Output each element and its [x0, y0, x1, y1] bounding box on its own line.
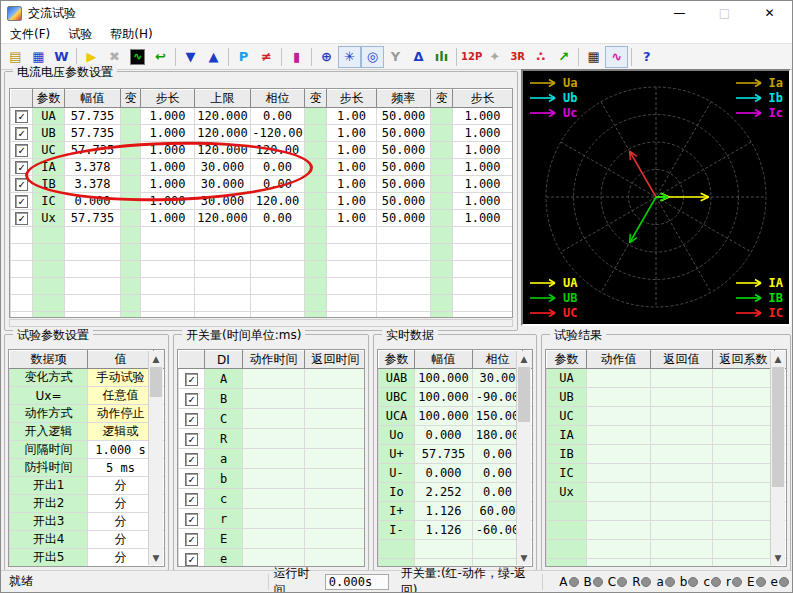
cell-v3[interactable] — [431, 312, 453, 319]
cell-phase[interactable]: 0.00 — [251, 176, 305, 193]
scroll-down-icon[interactable]: ▼ — [771, 550, 785, 565]
cell-v3[interactable] — [431, 210, 453, 227]
cell-step3[interactable] — [453, 261, 513, 278]
cell-freq[interactable]: 50.000 — [377, 159, 431, 176]
cell-amp[interactable]: 57.735 — [65, 210, 121, 227]
checkbox[interactable]: ✓ — [15, 144, 28, 157]
cell-v3[interactable] — [431, 108, 453, 125]
menu-test[interactable]: 试验 — [59, 25, 101, 44]
cell-freq[interactable] — [377, 295, 431, 312]
cell-step1[interactable]: 1.000 — [141, 142, 195, 159]
cell-phase[interactable]: -120.00 — [251, 125, 305, 142]
curve-window-icon[interactable]: ∿ — [605, 46, 628, 68]
cell-amp[interactable] — [65, 261, 121, 278]
cell-limit[interactable]: 120.000 — [195, 108, 251, 125]
cell-step2[interactable]: 1.00 — [327, 108, 377, 125]
close-button[interactable]: ✕ — [747, 1, 792, 25]
cell-limit[interactable] — [195, 312, 251, 319]
checkbox[interactable]: ✓ — [15, 178, 28, 191]
calculator-icon[interactable]: ▦ — [582, 46, 605, 68]
checkbox[interactable]: ✓ — [185, 393, 198, 406]
cell-step2[interactable] — [327, 227, 377, 244]
cell-v3[interactable] — [431, 295, 453, 312]
cell-phase[interactable] — [251, 312, 305, 319]
cell-step2[interactable]: 1.00 — [327, 159, 377, 176]
cell-step3[interactable] — [453, 227, 513, 244]
cell-amp[interactable] — [65, 244, 121, 261]
cell-step3[interactable] — [453, 278, 513, 295]
cell-limit[interactable] — [195, 261, 251, 278]
cell-amp[interactable] — [65, 278, 121, 295]
delta-connection-icon[interactable]: Δ — [407, 46, 430, 68]
cell-freq[interactable] — [377, 244, 431, 261]
minimize-button[interactable]: — — [657, 1, 702, 25]
cell-step2[interactable] — [327, 278, 377, 295]
cell-step3[interactable] — [453, 244, 513, 261]
cell-v1[interactable] — [121, 261, 141, 278]
cell-phase[interactable]: 120.00 — [251, 193, 305, 210]
three-r-icon[interactable]: 3R — [506, 46, 529, 68]
cell-v3[interactable] — [431, 125, 453, 142]
menu-help[interactable]: 帮助(H) — [101, 25, 161, 44]
cell-v3[interactable] — [431, 261, 453, 278]
test-params-scrollbar[interactable]: ▲ ▼ — [148, 351, 163, 565]
cell-v1[interactable] — [121, 193, 141, 210]
cell-v2[interactable] — [305, 193, 327, 210]
cell-value[interactable]: 分 — [88, 549, 154, 567]
cell-step2[interactable]: 1.00 — [327, 176, 377, 193]
cell-freq[interactable]: 50.000 — [377, 193, 431, 210]
cell-limit[interactable]: 120.000 — [195, 125, 251, 142]
waveform-view-icon[interactable]: ∿ — [126, 46, 149, 68]
cell-limit[interactable] — [195, 278, 251, 295]
scroll-up-icon[interactable]: ▲ — [771, 351, 785, 366]
cell-freq[interactable]: 50.000 — [377, 125, 431, 142]
checkbox[interactable]: ✓ — [15, 110, 28, 123]
target-rings-icon[interactable]: ◎ — [361, 46, 384, 68]
cell-v2[interactable] — [305, 244, 327, 261]
cell-step1[interactable]: 1.000 — [141, 176, 195, 193]
zoom-view-icon[interactable]: ⊕ — [315, 46, 338, 68]
cell-v2[interactable] — [305, 108, 327, 125]
cell-v1[interactable] — [121, 278, 141, 295]
cell-v2[interactable] — [305, 125, 327, 142]
cell-step1[interactable]: 1.000 — [141, 193, 195, 210]
cell-limit[interactable]: 30.000 — [195, 159, 251, 176]
checkbox[interactable]: ✓ — [185, 513, 198, 526]
focus-burst-icon[interactable]: ✳ — [338, 46, 361, 68]
vector-nodes-icon[interactable]: ∴ — [529, 46, 552, 68]
cell-value[interactable]: 分 — [88, 495, 154, 513]
checkbox[interactable]: ✓ — [185, 433, 198, 446]
cell-step1[interactable] — [141, 312, 195, 319]
cell-step1[interactable] — [141, 261, 195, 278]
cell-step1[interactable] — [141, 227, 195, 244]
cell-step3[interactable]: 1.000 — [453, 142, 513, 159]
cell-v2[interactable] — [305, 312, 327, 319]
cell-v1[interactable] — [121, 210, 141, 227]
cell-phase[interactable]: 0.00 — [251, 159, 305, 176]
cell-limit[interactable] — [195, 244, 251, 261]
cell-value[interactable]: 分 — [88, 567, 154, 568]
cell-step1[interactable]: 1.000 — [141, 108, 195, 125]
cell-freq[interactable] — [377, 312, 431, 319]
cell-step3[interactable] — [453, 312, 513, 319]
cell-step2[interactable]: 1.00 — [327, 125, 377, 142]
phase-p-icon[interactable]: P — [232, 46, 255, 68]
cell-value[interactable]: 5 ms — [88, 459, 154, 477]
cell-step3[interactable]: 1.000 — [453, 125, 513, 142]
cell-step1[interactable] — [141, 295, 195, 312]
cell-step3[interactable]: 1.000 — [453, 159, 513, 176]
cell-value[interactable]: 分 — [88, 513, 154, 531]
cell-v1[interactable] — [121, 244, 141, 261]
checkbox[interactable]: ✓ — [185, 533, 198, 546]
cell-v3[interactable] — [431, 193, 453, 210]
bar-graph-icon[interactable]: ılı — [430, 46, 453, 68]
cell-amp[interactable] — [65, 227, 121, 244]
checkbox[interactable]: ✓ — [15, 212, 28, 225]
cell-v3[interactable] — [431, 278, 453, 295]
scroll-up-icon[interactable]: ▲ — [149, 351, 163, 366]
maximize-button[interactable]: □ — [702, 1, 747, 25]
cell-v1[interactable] — [121, 176, 141, 193]
cell-v2[interactable] — [305, 261, 327, 278]
cell-freq[interactable]: 50.000 — [377, 142, 431, 159]
twelve-p-icon[interactable]: 12P — [460, 46, 483, 68]
